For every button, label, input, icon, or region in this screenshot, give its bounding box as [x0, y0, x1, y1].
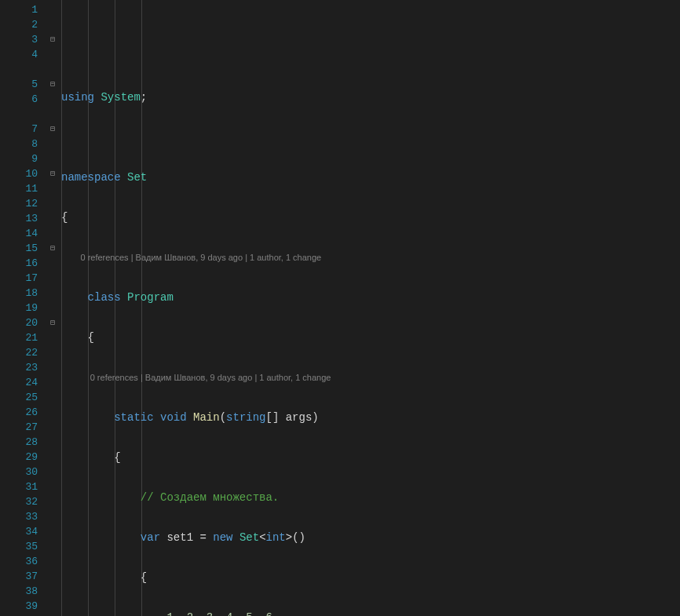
- line-number: 14: [0, 226, 38, 241]
- number-list: 1, 2, 3, 4, 5, 6: [166, 611, 272, 616]
- line-number: 15: [0, 241, 38, 256]
- line-number: 11: [0, 181, 38, 196]
- line-number: 6: [0, 92, 38, 107]
- line-number: 36: [0, 554, 38, 569]
- line-number: 1: [0, 2, 38, 17]
- fold-toggle[interactable]: ⊟: [47, 241, 58, 256]
- line-number: 37: [0, 569, 38, 584]
- line-number: 24: [0, 375, 38, 390]
- line-number: 8: [0, 137, 38, 151]
- line-number: 22: [0, 345, 38, 360]
- line-number: 17: [0, 271, 38, 286]
- line-number: 4: [0, 47, 38, 62]
- namespace-name: Set: [127, 171, 147, 184]
- line-number: 27: [0, 420, 38, 435]
- keyword: int: [266, 531, 286, 544]
- fold-toggle[interactable]: ⊟: [47, 315, 58, 330]
- fold-toggle[interactable]: ⊟: [47, 32, 58, 47]
- line-number: 35: [0, 539, 38, 554]
- keyword: var: [141, 531, 160, 544]
- line-number: 29: [0, 450, 38, 465]
- line-number: 20: [0, 315, 38, 330]
- keyword: class: [88, 291, 121, 304]
- line-number-gutter: 1234567891011121314151617181920212223242…: [0, 0, 47, 616]
- keyword: namespace: [61, 171, 121, 184]
- line-number: 16: [0, 256, 38, 271]
- line-number: 38: [0, 584, 38, 599]
- keyword: using: [61, 91, 94, 104]
- line-number: 9: [0, 151, 38, 166]
- line-number: 18: [0, 286, 38, 301]
- line-number: 32: [0, 494, 38, 509]
- codelens-class[interactable]: 0 references | Вадим Шванов, 9 days ago …: [61, 250, 680, 265]
- variable: set1: [166, 531, 193, 544]
- line-number: 19: [0, 301, 38, 315]
- fold-toggle[interactable]: ⊟: [47, 166, 58, 181]
- line-number: 31: [0, 479, 38, 494]
- line-number: 10: [0, 166, 38, 181]
- type: Set: [239, 531, 259, 544]
- keyword: void: [160, 411, 187, 424]
- line-number: 13: [0, 211, 38, 226]
- line-number: 28: [0, 435, 38, 450]
- fold-toggle[interactable]: ⊟: [47, 77, 58, 92]
- line-number: 33: [0, 509, 38, 524]
- line-number: 2: [0, 17, 38, 32]
- class-name: Program: [127, 291, 174, 304]
- line-number: 3: [0, 32, 38, 47]
- line-number: 21: [0, 330, 38, 345]
- param: args: [286, 411, 313, 424]
- fold-column: ⊟⊟⊟⊟⊟⊟: [47, 0, 58, 616]
- line-number: 30: [0, 465, 38, 479]
- line-number: 39: [0, 599, 38, 614]
- method-name: Main: [193, 411, 220, 424]
- line-number: 34: [0, 524, 38, 539]
- keyword: new: [213, 531, 232, 544]
- comment: // Создаем множества.: [141, 491, 279, 504]
- line-number: 12: [0, 196, 38, 211]
- type: System: [101, 91, 140, 104]
- line-number: 23: [0, 360, 38, 375]
- line-number: 5: [0, 77, 38, 92]
- line-number: 25: [0, 390, 38, 405]
- line-number: 7: [0, 122, 38, 137]
- code-editor[interactable]: using System; namespace Set { 0 referenc…: [58, 0, 680, 616]
- keyword: string: [226, 411, 265, 424]
- fold-toggle[interactable]: ⊟: [47, 122, 58, 137]
- codelens-method[interactable]: 0 references | Вадим Шванов, 9 days ago …: [61, 370, 680, 385]
- keyword: static: [114, 411, 153, 424]
- line-number: 26: [0, 405, 38, 420]
